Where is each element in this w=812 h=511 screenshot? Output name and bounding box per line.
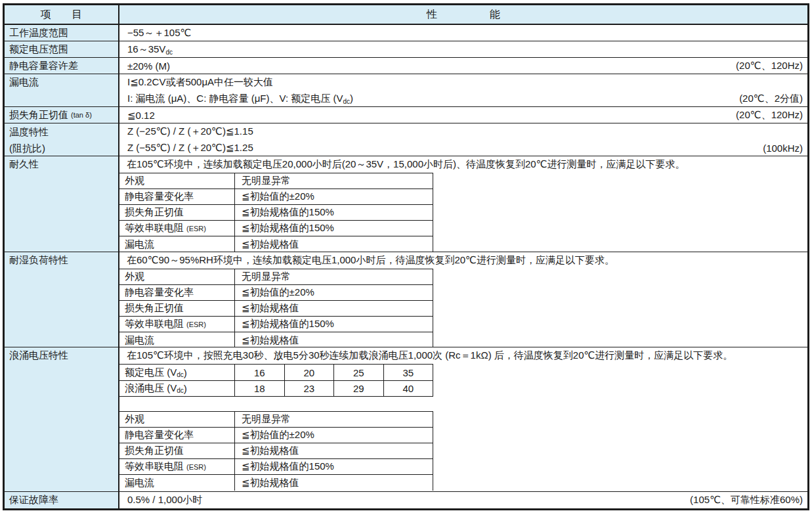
label-subscript: dc — [177, 371, 184, 378]
criteria-row: 等效串联电阻(ESR) ≦初始规格值的150% — [119, 459, 433, 475]
criteria-label: 等效串联电阻(ESR) — [119, 317, 235, 332]
criteria-value: ≦初始规格值 — [235, 332, 433, 347]
condition-note: (20℃、120Hz) — [736, 60, 803, 72]
criteria-label: 漏电流 — [119, 475, 235, 491]
criteria-value: ≦初始规格值 — [235, 236, 433, 252]
criteria-row: 等效串联电阻(ESR) ≦初始规格值的150% — [119, 221, 433, 236]
item-label-cell: 耐久性 — [5, 156, 119, 252]
criteria-row: 漏电流 ≦初始规格值 — [119, 332, 433, 347]
criteria-row: 外观 无明显异常 — [119, 269, 433, 285]
criteria-value: ≦初始值的±20% — [235, 285, 433, 300]
criteria-row: 漏电流 ≦初始规格值 — [119, 475, 433, 491]
value-text: ≦0.12 — [127, 110, 155, 122]
value-cell: 0.5% / 1,000小时 (105℃、可靠性标准60%) — [119, 492, 807, 508]
criteria-value: ≦初始规格值的150% — [235, 205, 433, 220]
criteria-sub-table: 外观 无明显异常 静电容量变化率 ≦初始值的±20% 损失角正切值 ≦初始规格值… — [119, 269, 433, 347]
value-cell: ≦0.12 (20℃、120Hz) — [119, 107, 807, 123]
surge-voltage-value: 29 — [334, 381, 384, 396]
criteria-label: 静电容量变化率 — [119, 428, 235, 443]
criteria-row: 等效串联电阻(ESR) ≦初始规格值的150% — [119, 317, 433, 332]
criteria-label: 外观 — [119, 412, 235, 427]
row-dissipation-factor: 损失角正切值 (tan δ) ≦0.12 (20℃、120Hz) — [5, 107, 807, 123]
item-label: 静电容量容许差 — [9, 60, 78, 72]
item-label-small: (tan δ) — [71, 111, 92, 119]
section-intro: 在60℃90～95%RH环境中，连续加载额定电压1,000小时后，待温度恢复到2… — [119, 252, 807, 269]
criteria-label: 静电容量变化率 — [119, 285, 235, 300]
item-label-cell: 损失角正切值 (tan δ) — [5, 107, 119, 123]
rated-voltage-value: 20 — [285, 365, 335, 380]
row-capacitance-tolerance: 静电容量容许差 ±20% (M) (20℃、120Hz) — [5, 58, 807, 74]
criteria-label: 漏电流 — [119, 332, 235, 347]
criteria-label: 静电容量变化率 — [119, 189, 235, 204]
datasheet-page: 项 目 性 能 工作温度范围 −55～＋105℃ 额定电压范围 16～35Vdc — [0, 0, 812, 511]
section-durability: 耐久性 在105℃环境中，连续加载额定电压20,000小时后(20～35V，15… — [5, 156, 807, 252]
value-text: −55～＋105℃ — [127, 27, 191, 39]
criteria-value: ≦初始值的±20% — [235, 189, 433, 204]
surge-voltage-value: 18 — [235, 381, 285, 396]
value-line1: I≦0.2CV或者500μA中任一较大值 — [127, 76, 273, 89]
value-cell: 在105℃环境中，按照充电30秒、放电5分30秒连续加载浪涌电压1,000次 (… — [119, 347, 807, 491]
value-line2: I: 漏电流 (μA)、C: 静电容量 (μF)、V: 额定电压 (Vdc) — [127, 93, 353, 105]
value-line2: Z (−55℃) / Z (＋20℃)≦1.25 — [127, 142, 253, 154]
criteria-value: 无明显异常 — [235, 269, 433, 284]
criteria-label: 外观 — [119, 173, 235, 189]
criteria-row: 静电容量变化率 ≦初始值的±20% — [119, 285, 433, 301]
value-main: 16～35V — [127, 43, 165, 55]
item-label-cell: 漏电流 — [5, 74, 119, 106]
criteria-row: 损失角正切值 ≦初始规格值 — [119, 301, 433, 317]
criteria-row: 外观 无明显异常 — [119, 412, 433, 428]
item-label-cell: 工作温度范围 — [5, 25, 119, 41]
spacer — [119, 397, 807, 411]
value-cell: I≦0.2CV或者500μA中任一较大值 I: 漏电流 (μA)、C: 静电容量… — [119, 74, 807, 106]
value-text: ±20% (M) — [127, 60, 170, 72]
item-label: 耐湿负荷特性 — [9, 254, 68, 267]
value-subscript: dc — [165, 49, 173, 56]
surge-voltage-label: 浪涌电压 (Vdc) — [119, 381, 235, 396]
rated-voltage-label: 额定电压 (Vdc) — [119, 365, 235, 380]
item-label: 耐久性 — [9, 158, 39, 171]
value-line1: Z (−25℃) / Z (＋20℃)≦1.15 — [127, 125, 253, 138]
item-label-cell: 额定电压范围 — [5, 41, 119, 57]
criteria-label: 外观 — [119, 269, 235, 284]
condition-note: (100kHz) — [763, 143, 803, 154]
value-cell: ±20% (M) (20℃、120Hz) — [119, 58, 807, 74]
value-cell: 16～35Vdc — [119, 41, 807, 57]
condition-note: (20℃、120Hz) — [736, 109, 803, 122]
row-operating-temperature: 工作温度范围 −55～＋105℃ — [5, 25, 807, 41]
spec-table: 项 目 性 能 工作温度范围 −55～＋105℃ 额定电压范围 16～35Vdc — [3, 3, 809, 510]
surge-voltage-table: 额定电压 (Vdc) 16 20 25 35 浪涌电压 (Vdc) 18 23 … — [119, 364, 433, 397]
condition-note: (20℃、2分值) — [739, 93, 803, 105]
criteria-label-small: (ESR) — [186, 321, 206, 328]
criteria-row: 损失角正切值 ≦初始规格值的150% — [119, 205, 433, 221]
item-label: 浪涌电压特性 — [9, 349, 68, 362]
criteria-row: 损失角正切值 ≦初始规格值 — [119, 443, 433, 459]
row-leakage-current: 漏电流 I≦0.2CV或者500μA中任一较大值 I: 漏电流 (μA)、C: … — [5, 74, 807, 107]
condition-note: (105℃、可靠性标准60%) — [690, 494, 803, 506]
label-pre: 浪涌电压 (V — [125, 382, 177, 395]
header-performance-cell: 性 能 — [119, 5, 807, 24]
criteria-label-text: 等效串联电阻 — [125, 318, 184, 330]
value-text: 0.5% / 1,000小时 — [127, 494, 202, 506]
criteria-label: 等效串联电阻(ESR) — [119, 459, 235, 474]
criteria-label-text: 等效串联电阻 — [125, 460, 184, 473]
criteria-value: ≦初始规格值 — [235, 443, 433, 458]
item-label-cell: 静电容量容许差 — [5, 58, 119, 74]
line2-pre: I: 漏电流 (μA)、C: 静电容量 (μF)、V: 额定电压 (V — [127, 93, 343, 104]
item-label: 工作温度范围 — [9, 27, 68, 39]
row-failure-rate: 保证故障率 0.5% / 1,000小时 (105℃、可靠性标准60%) — [5, 492, 807, 508]
criteria-value: ≦初始规格值 — [235, 301, 433, 316]
criteria-row: 静电容量变化率 ≦初始值的±20% — [119, 189, 433, 205]
item-label-cell: 耐湿负荷特性 — [5, 252, 119, 347]
label-post: ) — [184, 383, 187, 394]
criteria-label-text: 等效串联电阻 — [125, 222, 184, 234]
rated-voltage-value: 25 — [334, 365, 384, 380]
value-cell: −55～＋105℃ — [119, 25, 807, 41]
criteria-value: ≦初始值的±20% — [235, 428, 433, 443]
criteria-label: 损失角正切值 — [119, 301, 235, 316]
criteria-row: 漏电流 ≦初始规格值 — [119, 236, 433, 252]
criteria-label-small: (ESR) — [186, 225, 206, 233]
row-temperature-characteristics: 温度特性 (阻抗比) Z (−25℃) / Z (＋20℃)≦1.15 Z (−… — [5, 123, 807, 156]
surge-voltage-value: 23 — [285, 381, 335, 396]
value-cell: 在60℃90～95%RH环境中，连续加载额定电压1,000小时后，待温度恢复到2… — [119, 252, 807, 347]
label-post: ) — [184, 367, 187, 378]
